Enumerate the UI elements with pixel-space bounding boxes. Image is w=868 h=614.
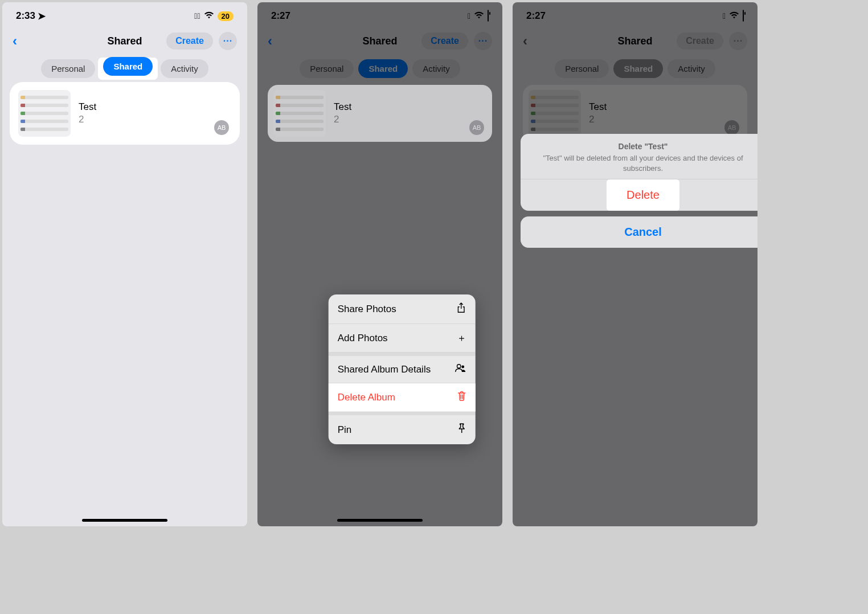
- tab-personal[interactable]: Personal: [555, 59, 609, 78]
- create-button[interactable]: Create: [166, 32, 213, 50]
- menu-add-photos[interactable]: Add Photos ＋: [329, 324, 476, 353]
- avatar: AB: [724, 120, 739, 135]
- menu-share-photos[interactable]: Share Photos: [329, 294, 476, 324]
- tab-activity[interactable]: Activity: [161, 59, 208, 78]
- nav-bar: ‹ Shared Create ···: [257, 27, 502, 55]
- menu-delete-album[interactable]: Delete Album: [329, 383, 476, 412]
- menu-pin[interactable]: Pin: [329, 412, 476, 444]
- nav-bar: ‹ Shared Create ···: [513, 27, 758, 55]
- album-thumbnail: [18, 90, 71, 137]
- segmented-control: Personal Shared Activity: [2, 55, 247, 85]
- wifi-icon: [474, 11, 484, 21]
- album-card[interactable]: Test 2 AB: [13, 85, 237, 142]
- album-title: Test: [589, 101, 742, 113]
- cancel-button[interactable]: Cancel: [521, 216, 758, 248]
- album-count: 2: [334, 114, 486, 125]
- share-icon: [456, 302, 466, 316]
- status-time: 2:27: [271, 10, 290, 22]
- sheet-header: Delete "Test" "Test" will be deleted fro…: [521, 134, 758, 179]
- home-indicator[interactable]: [337, 519, 423, 522]
- screenshot-1: 2:33 ➤ 𮿼𮿼 20 ‹ Shared Create ··· Persona…: [2, 2, 247, 526]
- cellular-signal-icon: 𮿼: [468, 11, 470, 21]
- menu-label: Delete Album: [338, 392, 395, 403]
- album-thumbnail: [529, 90, 581, 137]
- tab-shared[interactable]: Shared: [103, 57, 153, 76]
- location-icon: ➤: [38, 10, 46, 22]
- back-button[interactable]: ‹: [268, 33, 272, 49]
- back-button[interactable]: ‹: [13, 33, 17, 49]
- battery-icon: [488, 10, 489, 22]
- avatar: AB: [214, 120, 229, 135]
- page-title: Shared: [362, 35, 397, 47]
- menu-label: Share Photos: [338, 304, 396, 315]
- sheet-message: "Test" will be deleted from all your dev…: [532, 153, 754, 173]
- context-menu: Share Photos Add Photos ＋ Shared Album D…: [329, 294, 476, 444]
- tab-shared[interactable]: Shared: [613, 59, 663, 78]
- wifi-icon: [204, 11, 214, 21]
- nav-bar: ‹ Shared Create ···: [2, 27, 247, 55]
- status-bar: 2:33 ➤ 𮿼𮿼 20: [2, 2, 247, 27]
- menu-label: Shared Album Details: [338, 364, 431, 375]
- action-sheet: Delete "Test" "Test" will be deleted fro…: [521, 134, 758, 248]
- album-card[interactable]: Test 2 AB: [523, 85, 747, 142]
- svg-point-1: [461, 366, 464, 369]
- status-time: 2:33: [16, 10, 35, 22]
- album-count: 2: [79, 114, 231, 125]
- status-time: 2:27: [526, 10, 546, 22]
- avatar: AB: [469, 120, 484, 135]
- more-button[interactable]: ···: [474, 32, 492, 50]
- menu-label: Pin: [338, 424, 352, 436]
- pin-icon: [457, 423, 466, 437]
- screenshot-2: 2:27 𮿼 ‹ Shared Create ··· Personal Shar…: [257, 2, 502, 526]
- home-indicator[interactable]: [82, 519, 167, 522]
- wifi-icon: [729, 11, 739, 21]
- people-icon: [455, 363, 466, 375]
- page-title: Shared: [107, 35, 142, 47]
- segmented-control: Personal Shared Activity: [257, 55, 502, 85]
- status-bar: 2:27 𮿼: [513, 2, 758, 27]
- album-card[interactable]: Test 2 AB: [268, 85, 492, 142]
- tab-activity[interactable]: Activity: [412, 59, 460, 78]
- tab-shared[interactable]: Shared: [358, 59, 408, 78]
- create-button[interactable]: Create: [421, 32, 468, 50]
- album-title: Test: [334, 101, 486, 113]
- page-title: Shared: [617, 35, 652, 47]
- svg-point-0: [457, 365, 461, 368]
- trash-icon: [457, 391, 466, 404]
- battery-badge: 20: [218, 11, 234, 21]
- sheet-title: Delete "Test": [532, 142, 754, 151]
- battery-icon: [743, 10, 744, 22]
- segmented-control: Personal Shared Activity: [513, 55, 758, 85]
- menu-album-details[interactable]: Shared Album Details: [329, 353, 476, 383]
- album-count: 2: [589, 114, 742, 125]
- album-title: Test: [79, 101, 231, 113]
- tab-personal[interactable]: Personal: [41, 59, 95, 78]
- more-button[interactable]: ···: [219, 32, 237, 50]
- tab-activity[interactable]: Activity: [668, 59, 715, 78]
- tab-personal[interactable]: Personal: [300, 59, 354, 78]
- plus-icon: ＋: [457, 331, 466, 345]
- delete-confirm-button[interactable]: Delete: [609, 182, 677, 208]
- album-thumbnail: [273, 90, 326, 137]
- back-button[interactable]: ‹: [523, 33, 527, 49]
- screenshot-3: 2:27 𮿼 ‹ Shared Create ··· Personal Shar…: [513, 2, 758, 526]
- create-button[interactable]: Create: [677, 32, 723, 50]
- status-bar: 2:27 𮿼: [257, 2, 502, 27]
- more-button[interactable]: ···: [729, 32, 747, 50]
- menu-label: Add Photos: [338, 333, 388, 344]
- cellular-signal-icon: 𮿼𮿼: [194, 11, 200, 21]
- cellular-signal-icon: 𮿼: [723, 11, 726, 21]
